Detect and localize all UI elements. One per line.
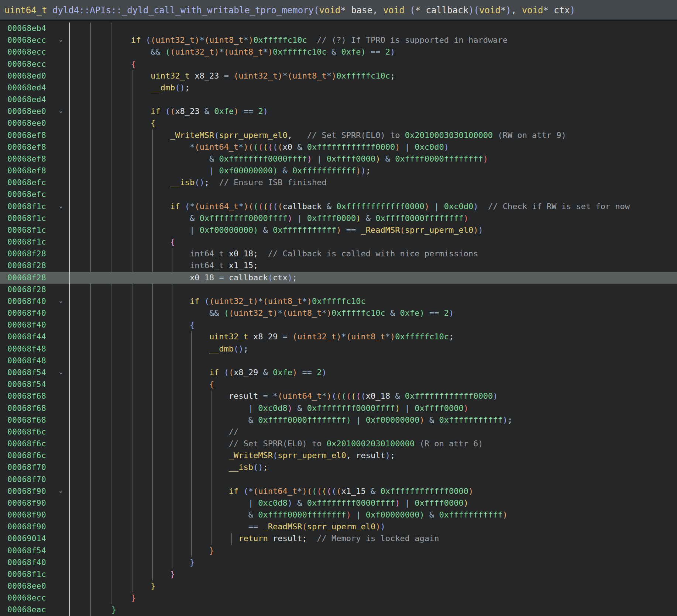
fold-chevron-icon[interactable]: ⌄ [59,34,63,45]
code-line[interactable]: 00068ee0 } [0,580,677,592]
code-line[interactable]: 00068ecc⌄ if ((uint32_t)*(uint8_t*)0xfff… [0,34,677,46]
address-label[interactable]: 00068ef8 [7,141,46,153]
address-label[interactable]: 00068f90 [7,509,46,521]
address-label[interactable]: 00068f1c [7,212,46,224]
code-line[interactable]: 00068ef8 _WriteMSR(sprr_uperm_el0, // Se… [0,129,677,141]
address-label[interactable]: 00069014 [7,533,46,544]
address-label[interactable]: 00068f28 [7,272,46,284]
address-label[interactable]: 00068f48 [7,343,46,355]
code-line[interactable]: 00068f1c & 0xffffffff0000ffff) | 0xffff0… [0,212,677,224]
code-line[interactable]: 00068f6c // Set SPRR(EL0) to 0x201000203… [0,438,677,450]
code-line[interactable]: 00068f1c } [0,568,677,580]
fold-chevron-icon[interactable]: ⌄ [59,200,63,212]
address-label[interactable]: 00068f28 [7,260,46,271]
code-line[interactable]: 00068f48 [0,355,677,367]
code-line[interactable]: 00068f40 } [0,557,677,568]
address-label[interactable]: 00068f70 [7,474,46,485]
address-label[interactable]: 00068f40 [7,307,46,319]
code-line[interactable]: 00068f1c⌄ if (*(uint64_t*)(((((((callbac… [0,201,677,212]
code-line[interactable]: 00068ed4 __dmb(); [0,82,677,94]
code-line[interactable]: 00068f68 & 0xffff0000ffffffff) | 0xf0000… [0,414,677,426]
address-label[interactable]: 00068f40 [7,319,46,331]
code-line[interactable]: 00068f28 [0,284,677,295]
code-line[interactable]: 00068f1c | 0xf00000000) & 0xfffffffffff)… [0,224,677,236]
code-line[interactable]: 00068ef8 | 0xf00000000) & 0xfffffffffff)… [0,165,677,177]
address-label[interactable]: 00068efc [7,177,46,188]
address-label[interactable]: 00068eac [7,604,46,616]
code-line[interactable]: 00068f40 { [0,319,677,331]
address-label[interactable]: 00068ee0 [7,117,46,129]
address-label[interactable]: 00068ed4 [7,94,46,105]
address-label[interactable]: 00068f48 [7,355,46,367]
code-line[interactable]: 00068f70 __isb(); [0,461,677,473]
address-label[interactable]: 00068ef8 [7,165,46,177]
selected-line[interactable]: 00068f28 x0_18 = callback(ctx); [0,272,677,284]
code-line[interactable]: 00068ecc && ((uint32_t)*(uint8_t*)0xffff… [0,46,677,58]
address-label[interactable]: 00068ee0 [7,105,46,117]
code-line[interactable]: 00068f28 int64_t x0_18; // Callback is c… [0,248,677,260]
code-line[interactable]: 00068f90 | 0xc0d8) & 0xffffffff0000ffff)… [0,497,677,509]
address-label[interactable]: 00068f28 [7,284,46,295]
address-label[interactable]: 00068ee0 [7,580,46,592]
address-label[interactable]: 00068ef8 [7,129,46,141]
address-label[interactable]: 00068f1c [7,236,46,248]
address-label[interactable]: 00068f68 [7,402,46,414]
address-label[interactable]: 00068f40 [7,295,46,307]
address-label[interactable]: 00068ecc [7,46,46,58]
code-line[interactable]: 00068ecc { [0,58,677,70]
code-line[interactable]: 00068eac } [0,604,677,616]
code-line[interactable]: 00068f70 [0,474,677,485]
address-label[interactable]: 00068ecc [7,58,46,70]
address-label[interactable]: 00068f54 [7,367,46,378]
code-line[interactable]: 00068efc [0,188,677,200]
address-label[interactable]: 00068efc [7,188,46,200]
code-line[interactable]: 00068f90 == _ReadMSR(sprr_uperm_el0)) [0,521,677,533]
code-line[interactable]: 00068f68 result = *(uint64_t*)(((((((x0_… [0,390,677,402]
address-label[interactable]: 00068ed4 [7,82,46,94]
address-label[interactable]: 00068f40 [7,557,46,568]
code-line[interactable]: 00068efc __isb(); // Ensure ISB finished [0,177,677,188]
code-line[interactable]: 00068ee0⌄ if ((x8_23 & 0xfe) == 2) [0,105,677,117]
address-label[interactable]: 00068f90 [7,521,46,533]
fold-chevron-icon[interactable]: ⌄ [59,366,63,378]
address-label[interactable]: 00068f44 [7,331,46,343]
code-line[interactable]: 00068f6c _WriteMSR(sprr_uperm_el0, resul… [0,450,677,461]
address-label[interactable]: 00068f6c [7,426,46,438]
code-line[interactable]: 00068f40 && ((uint32_t)*(uint8_t*)0xffff… [0,307,677,319]
code-line[interactable]: 00069014 return result; // Memory is loc… [0,533,677,544]
fold-chevron-icon[interactable]: ⌄ [59,295,63,307]
address-label[interactable]: 00068f6c [7,450,46,461]
address-label[interactable]: 00068f90 [7,497,46,509]
address-label[interactable]: 00068f6c [7,438,46,450]
decompiler-code-view[interactable]: 00068eb400068ecc⌄ if ((uint32_t)*(uint8_… [0,23,677,616]
code-line[interactable]: 00068f68 | 0xc0d8) & 0xffffffff0000ffff)… [0,402,677,414]
address-label[interactable]: 00068f68 [7,390,46,402]
fold-chevron-icon[interactable]: ⌄ [59,485,63,496]
code-line[interactable]: 00068f44 uint32_t x8_29 = (uint32_t)*(ui… [0,331,677,343]
code-line[interactable]: 00068f40⌄ if ((uint32_t)*(uint8_t*)0xfff… [0,295,677,307]
address-label[interactable]: 00068f90 [7,485,46,497]
code-line[interactable]: 00068f90 & 0xffff0000ffffffff) | 0xf0000… [0,509,677,521]
code-line[interactable]: 00068f54⌄ if ((x8_29 & 0xfe) == 2) [0,367,677,378]
address-label[interactable]: 00068f28 [7,248,46,260]
address-label[interactable]: 00068eb4 [7,23,46,34]
code-line[interactable]: 00068f90⌄ if (*(uint64_t*)(((((((x1_15 &… [0,485,677,497]
code-line[interactable]: 00068ee0 { [0,117,677,129]
code-line[interactable]: 00068ef8 & 0xffffffff0000ffff) | 0xffff0… [0,153,677,165]
fold-chevron-icon[interactable]: ⌄ [59,105,63,117]
address-label[interactable]: 00068f54 [7,545,46,557]
code-line[interactable]: 00068ecc } [0,592,677,604]
address-label[interactable]: 00068ef8 [7,153,46,165]
address-label[interactable]: 00068ecc [7,592,46,604]
address-label[interactable]: 00068ecc [7,34,46,46]
code-line[interactable]: 00068f54 } [0,545,677,557]
address-label[interactable]: 00068f54 [7,378,46,390]
code-line[interactable]: 00068f54 { [0,378,677,390]
code-line[interactable]: 00068ed0 uint32_t x8_23 = (uint32_t)*(ui… [0,70,677,82]
address-label[interactable]: 00068f1c [7,201,46,212]
code-line[interactable]: 00068f1c { [0,236,677,248]
code-line[interactable]: 00068eb4 [0,23,677,34]
code-line[interactable]: 00068f6c // [0,426,677,438]
code-line[interactable]: 00068ef8 *(uint64_t*)(((((((x0 & 0xfffff… [0,141,677,153]
code-line[interactable]: 00068ed4 [0,94,677,105]
